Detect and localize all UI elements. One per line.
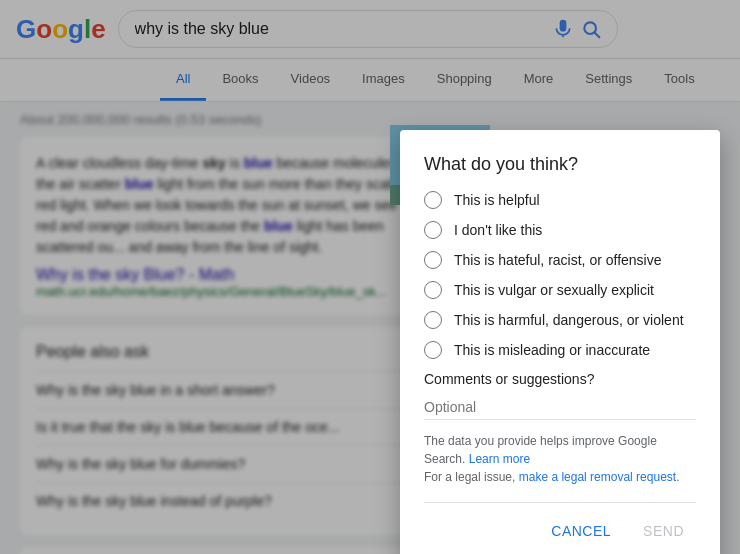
disclaimer: The data you provide helps improve Googl… <box>424 432 696 486</box>
option-dont-like-label: I don't like this <box>454 222 542 238</box>
radio-harmful[interactable] <box>424 311 442 329</box>
send-button[interactable]: SEND <box>631 515 696 547</box>
radio-helpful[interactable] <box>424 191 442 209</box>
radio-vulgar[interactable] <box>424 281 442 299</box>
option-dont-like[interactable]: I don't like this <box>424 221 696 239</box>
dialog-footer: CANCEL SEND <box>424 502 696 547</box>
cancel-button[interactable]: CANCEL <box>539 515 623 547</box>
option-vulgar-label: This is vulgar or sexually explicit <box>454 282 654 298</box>
option-helpful[interactable]: This is helpful <box>424 191 696 209</box>
radio-dont-like[interactable] <box>424 221 442 239</box>
radio-misleading[interactable] <box>424 341 442 359</box>
option-vulgar[interactable]: This is vulgar or sexually explicit <box>424 281 696 299</box>
radio-hateful[interactable] <box>424 251 442 269</box>
option-misleading[interactable]: This is misleading or inaccurate <box>424 341 696 359</box>
comments-input[interactable] <box>424 395 696 420</box>
option-helpful-label: This is helpful <box>454 192 540 208</box>
option-hateful[interactable]: This is hateful, racist, or offensive <box>424 251 696 269</box>
feedback-dialog: What do you think? This is helpful I don… <box>400 130 720 554</box>
comments-label: Comments or suggestions? <box>424 371 696 387</box>
learn-more-link[interactable]: Learn more <box>469 452 530 466</box>
option-harmful[interactable]: This is harmful, dangerous, or violent <box>424 311 696 329</box>
legal-removal-link[interactable]: make a legal removal request. <box>519 470 680 484</box>
option-harmful-label: This is harmful, dangerous, or violent <box>454 312 684 328</box>
option-hateful-label: This is hateful, racist, or offensive <box>454 252 662 268</box>
option-misleading-label: This is misleading or inaccurate <box>454 342 650 358</box>
dialog-title: What do you think? <box>424 154 696 175</box>
